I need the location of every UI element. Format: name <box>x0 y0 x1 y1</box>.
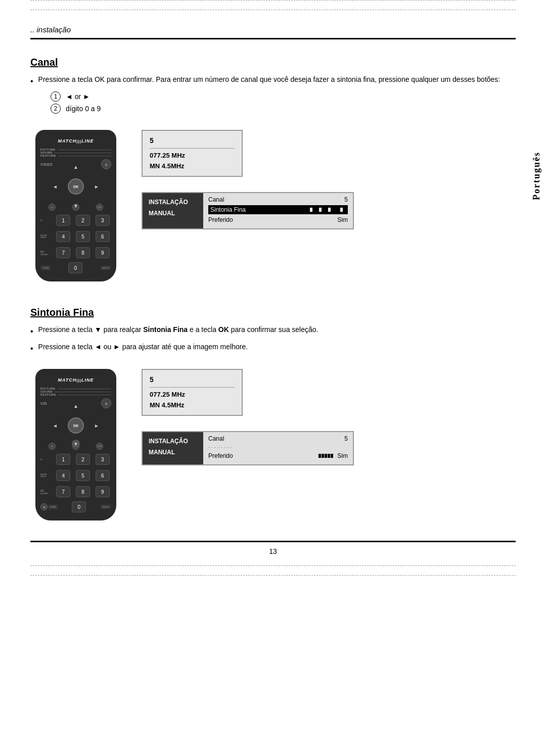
sound-label3: SOUND <box>40 492 55 495</box>
ii-label-2: II <box>40 458 55 461</box>
menu-left-line2-1: MANUAL <box>149 208 197 219</box>
section-sintonia: Sintonia Fina • Pressione a tecla ▼ para… <box>0 307 546 355</box>
label-row-ed: ED SOUND 7 8 9 <box>40 245 111 260</box>
small-btn-1[interactable]: ⊡ <box>49 204 56 211</box>
num-grid-top-2: 1 2 3 <box>55 454 111 465</box>
num-grid-bot-2: 7 8 9 <box>55 486 111 497</box>
feature-label: FEATURE <box>40 154 56 157</box>
sintonia-title: Sintonia Fina <box>30 307 516 318</box>
btn-1[interactable]: 1 <box>56 215 70 226</box>
feature-line-2 <box>58 395 111 395</box>
btn-2b[interactable]: 2 <box>76 454 90 465</box>
screen-area-1: 5 077.25 MHz MN 4.5MHz INSTALAÇÃO MANUAL… <box>142 130 516 229</box>
nav-cluster-2: ▲ ◄ OK ► ▼ <box>61 410 91 441</box>
small-btn-3[interactable]: CH <box>96 204 103 211</box>
btn-8[interactable]: 8 <box>76 247 90 258</box>
nav-left-arrow[interactable]: ◄ <box>53 184 58 190</box>
btn-7[interactable]: 7 <box>56 247 70 258</box>
btn-5[interactable]: 5 <box>76 231 90 242</box>
ach-btn-2[interactable]: A/CH <box>100 504 111 509</box>
nav-down-arrow[interactable]: ▼ <box>73 203 78 209</box>
btn-2[interactable]: 2 <box>76 215 90 226</box>
remote-body-1: MATCH|||LINE PICTURE SOUND FEATURE VIDEO <box>35 130 116 281</box>
freq-line2-2: MN 4.5MHz <box>150 400 235 411</box>
phi-button[interactable]: φ <box>101 159 111 169</box>
canal-label-1: Canal <box>208 196 224 203</box>
btn-0b[interactable]: 0 <box>72 501 86 512</box>
osd-btn[interactable]: OSD <box>40 265 51 270</box>
phi-button-2[interactable]: φ <box>101 398 111 408</box>
btn-9b[interactable]: 9 <box>96 486 110 497</box>
ach-btn[interactable]: A/CH <box>100 265 111 270</box>
sbar-8 <box>331 208 334 212</box>
preferido-label-2: Preferido <box>208 452 233 459</box>
num-grid-mid: 4 5 6 <box>55 231 111 242</box>
phi-icon-2: φ <box>105 401 107 406</box>
canal-value-2: 5 <box>344 435 348 442</box>
sbar-12 <box>343 208 346 212</box>
btn-3b[interactable]: 3 <box>96 454 110 465</box>
btn-6b[interactable]: 6 <box>96 470 110 481</box>
freq-line1-1: 077.25 MHz <box>150 151 235 161</box>
btn-5b[interactable]: 5 <box>76 470 90 481</box>
incredible-label-2: INCRE-DIBLE <box>40 474 55 478</box>
num-grid-mid-2: 4 5 6 <box>55 470 111 481</box>
btn-0[interactable]: 0 <box>68 262 82 273</box>
label-row-incredible-2: INCRE-DIBLE 4 5 6 <box>40 468 111 483</box>
menu-row-canal-1: Canal 5 <box>208 196 348 203</box>
sintonia-label-1: Sintonia Fina <box>210 206 246 213</box>
remote-2: MATCH|||LINE PICTURE SOUND FEATURE VID <box>30 369 121 521</box>
nav-up-arrow[interactable]: ▲ <box>73 164 78 170</box>
btn-9[interactable]: 9 <box>96 247 110 258</box>
btn-1b[interactable]: 1 <box>56 454 70 465</box>
freq-line1-2: 077.25 MHz <box>150 390 235 400</box>
menu-row-preferido-2: · · · · · · · · <box>208 444 348 450</box>
page-container: Português .. instalação Canal • Pression… <box>0 0 546 756</box>
nav-left-2[interactable]: ◄ <box>53 423 58 429</box>
btn-4[interactable]: 4 <box>56 231 70 242</box>
menu-row-canal-2: Canal 5 <box>208 435 348 442</box>
remote-brand-2: MATCH|||LINE <box>40 375 111 383</box>
ok-button[interactable]: OK <box>68 178 84 195</box>
menu-row-pref-2: Preferido Sim <box>208 452 348 459</box>
power-btn[interactable]: ⏻ <box>40 503 48 510</box>
nav-down-2[interactable]: ▼ <box>72 440 80 448</box>
circle-2: 2 <box>51 104 61 114</box>
section-canal: Canal • Pressione a tecla OK para confir… <box>0 57 546 114</box>
ch-btn[interactable]: CH <box>96 443 103 450</box>
channel-display-wrapper-1: 5 077.25 MHz MN 4.5MHz <box>142 130 516 177</box>
sbar-11 <box>340 208 343 212</box>
small-btn-1b[interactable]: ⊡ <box>49 443 56 450</box>
osd-btn-2[interactable]: OSD <box>48 504 58 509</box>
btn-4b[interactable]: 4 <box>56 470 70 481</box>
sbar-3 <box>316 208 318 212</box>
ok-label: OK <box>73 185 79 188</box>
sub-items: 1 ◄ or ► 2 dígito 0 a 9 <box>51 91 516 114</box>
incredible-label: INCRE-DIBLE <box>40 234 55 239</box>
sbar2-4 <box>328 454 330 458</box>
sim-value-2: Sim <box>337 452 348 459</box>
nav-up-2[interactable]: ▲ <box>73 403 78 409</box>
btn-7b[interactable]: 7 <box>56 486 70 497</box>
btn-8b[interactable]: 8 <box>76 486 90 497</box>
signal-bars-2 <box>318 454 333 458</box>
canal-title: Canal <box>30 57 516 68</box>
channel-display-1: 5 077.25 MHz MN 4.5MHz <box>142 130 243 177</box>
menu-left-1: INSTALAÇÃO MANUAL <box>143 193 203 228</box>
ok-label-2: OK <box>73 424 79 428</box>
sbar2-2 <box>322 454 324 458</box>
btn-6[interactable]: 6 <box>96 231 110 242</box>
nav-right-arrow[interactable]: ► <box>94 184 99 190</box>
page-number: 13 <box>0 547 546 565</box>
btn-3[interactable]: 3 <box>96 215 110 226</box>
remote-brand-1: MATCH|||LINE <box>40 136 111 144</box>
menu-display-1: INSTALAÇÃO MANUAL Canal 5 Sintonia Fina <box>142 192 354 229</box>
ok-button-2[interactable]: OK <box>68 417 84 434</box>
nav-right-2[interactable]: ► <box>94 423 99 429</box>
brand-text-1: MATCH|||LINE <box>58 138 94 144</box>
nav-cluster: ▲ ◄ OK ► ▼ <box>61 171 91 202</box>
menu-display-2: INSTALAÇÃO MANUAL Canal 5 · · · · · · · … <box>142 431 354 465</box>
remote-bottom-2: ⏻ OSD 0 A/CH <box>40 501 111 512</box>
preferido-label-1: Preferido <box>208 216 233 223</box>
top-decorative <box>30 0 516 10</box>
